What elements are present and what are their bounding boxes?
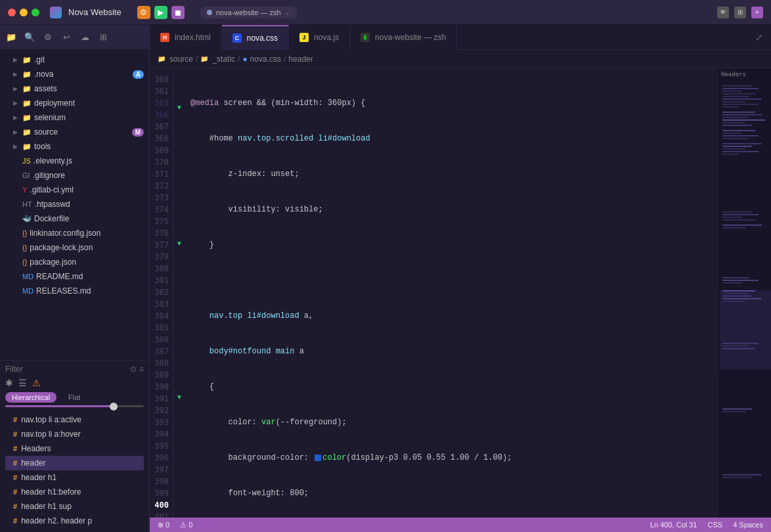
tool-run[interactable]: ▶ — [154, 6, 167, 19]
static-crumb-icon: 📁 — [200, 55, 208, 62]
tree-item-gitignore[interactable]: ▶ GI .gitignore — [0, 168, 149, 183]
file-docker-icon: 🐳 — [22, 215, 32, 223]
file-git-icon: GI — [22, 171, 30, 179]
tree-item-package[interactable]: ▶ {} package.json — [0, 255, 149, 269]
crumb-file[interactable]: nova.css — [250, 55, 281, 64]
no-chevron: ▶ — [13, 273, 20, 280]
tree-item-label: source — [34, 127, 58, 137]
grid-icon[interactable]: ⊞ — [97, 32, 109, 43]
tree-item-nova[interactable]: ▶ 📁 .nova A — [0, 67, 149, 81]
eye-icon[interactable]: 👁 — [717, 7, 729, 18]
tree-item-readme[interactable]: ▶ MD README.md — [0, 269, 149, 284]
tree-item-label: RELEASES.md — [36, 286, 91, 296]
tab-terminal[interactable]: $ nova-website — zsh — [350, 25, 457, 50]
tree-item-selenium[interactable]: ▶ 📁 selenium — [0, 110, 149, 125]
code-line: } — [185, 239, 718, 251]
minimap: Headers — [718, 68, 771, 518]
tab-nova-js[interactable]: J nova.js — [289, 25, 350, 50]
symbol-nav-hover[interactable]: # nav.top li a:hover — [5, 427, 144, 441]
symbol-name: header h1:before — [21, 487, 81, 497]
settings-icon[interactable]: ⚙ — [42, 32, 54, 43]
filter-sort-icon[interactable]: ≡ — [139, 365, 144, 374]
svg-rect-11 — [722, 114, 762, 116]
tab-index-html[interactable]: H index.html — [150, 25, 222, 50]
status-warnings[interactable]: ⚠ 0 — [180, 521, 192, 529]
file-ht-icon: HT — [22, 200, 32, 208]
tab-hierarchical[interactable]: Hierarchical — [5, 392, 56, 403]
filter-header: ⊙ ≡ — [5, 365, 144, 374]
no-chevron: ▶ — [13, 259, 20, 265]
git-icon[interactable]: ↩ — [60, 32, 72, 43]
tree-item-source[interactable]: ▶ 📁 source M — [0, 125, 149, 139]
tree-item-git[interactable]: ▶ 📁 .git — [0, 53, 149, 67]
symbol-header[interactable]: # header — [5, 456, 144, 470]
tab-label: nova.css — [247, 33, 278, 43]
plus-icon[interactable]: + — [751, 7, 763, 18]
status-language[interactable]: CSS — [708, 521, 723, 529]
minimize-button[interactable] — [20, 9, 28, 16]
close-button[interactable] — [8, 9, 16, 16]
svg-rect-7 — [722, 101, 745, 102]
gutter-marker-3: ▼ — [176, 393, 183, 401]
source-badge: M — [132, 128, 144, 137]
filter-input[interactable] — [5, 365, 127, 374]
filter-icons: ⊙ ≡ — [130, 365, 144, 374]
tree-item-label: linkinator.config.json — [30, 229, 100, 238]
filter-list-icon[interactable]: ☰ — [18, 378, 27, 388]
status-bar: ⊗ 0 ⚠ 0 Ln 400, Col 31 CSS 4 Spaces — [150, 518, 771, 532]
tool-extra[interactable]: ◼ — [171, 6, 185, 19]
titlebar-tab-php[interactable]: nova-website — zsh ⌄ — [200, 7, 297, 18]
status-position[interactable]: Ln 400, Col 31 — [650, 521, 697, 529]
svg-rect-13 — [722, 120, 765, 121]
app-icon — [50, 7, 62, 18]
search-icon[interactable]: 🔍 — [24, 32, 35, 43]
code-content[interactable]: @media screen && (min-width: 360px) { #h… — [185, 68, 718, 518]
symbol-header-h1-sup[interactable]: # header h1 sup — [5, 499, 144, 514]
symbol-headers[interactable]: # Headers — [5, 441, 144, 456]
tree-item-releases[interactable]: ▶ MD RELEASES.md — [0, 284, 149, 298]
tab-nova-css[interactable]: C nova.css — [222, 25, 289, 50]
tab-flat[interactable]: Flat — [62, 392, 87, 403]
tree-item-linkinator[interactable]: ▶ {} linkinator.config.json — [0, 226, 149, 240]
tree-item-dockerfile[interactable]: ▶ 🐳 Dockerfile — [0, 211, 149, 226]
traffic-lights — [8, 9, 39, 16]
filter-star-icon[interactable]: ✱ — [5, 378, 13, 388]
chevron-icon: ▶ — [13, 56, 20, 63]
symbol-name: header — [21, 458, 45, 468]
svg-rect-25 — [720, 290, 771, 369]
php-tab-chevron: ⌄ — [285, 9, 290, 16]
tree-item-tools[interactable]: ▶ 📁 tools — [0, 139, 149, 154]
svg-rect-43 — [722, 409, 752, 410]
symbol-nav-active[interactable]: # nav.top li a:active — [5, 412, 144, 427]
tool-build[interactable]: ⚙ — [137, 6, 150, 19]
filter-settings-icon[interactable]: ⊙ — [130, 365, 137, 374]
crumb-sep1: / — [196, 55, 198, 64]
tree-item-deployment[interactable]: ▶ 📁 deployment — [0, 96, 149, 110]
indent-slider[interactable] — [5, 405, 144, 407]
no-chevron: ▶ — [13, 244, 20, 251]
maximize-button[interactable] — [32, 9, 39, 16]
tree-item-htpasswd[interactable]: ▶ HT .htpasswd — [0, 197, 149, 211]
crumb-section[interactable]: header — [288, 55, 313, 64]
layout-icon[interactable]: ⊞ — [734, 7, 746, 18]
crumb-static[interactable]: _static — [212, 55, 235, 64]
code-line: #home nav.top.scrolled li#download — [185, 133, 718, 144]
chevron-icon: ▶ — [13, 71, 20, 78]
tree-item-package-lock[interactable]: ▶ {} package-lock.json — [0, 240, 149, 255]
tree-item-eleventy[interactable]: ▶ JS .eleventy.js — [0, 154, 149, 168]
symbol-header-h1[interactable]: # header h1 — [5, 470, 144, 485]
no-chevron: ▶ — [13, 187, 20, 193]
folder-icon[interactable]: 📁 — [5, 32, 17, 43]
status-errors[interactable]: ⊗ 0 — [158, 521, 169, 529]
tree-item-assets[interactable]: ▶ 📁 assets — [0, 81, 149, 96]
tree-item-gitlabci[interactable]: ▶ Y .gitlab-ci.yml — [0, 183, 149, 197]
expand-icon[interactable]: ⤢ — [755, 32, 763, 43]
css-file-icon: C — [232, 33, 242, 43]
filter-warning-icon[interactable]: ⚠ — [32, 378, 41, 388]
symbol-header-h2[interactable]: # header h2. header p — [5, 514, 144, 528]
remote-icon[interactable]: ☁ — [79, 32, 91, 43]
symbol-header-h1-before[interactable]: # header h1:before — [5, 485, 144, 499]
crumb-source[interactable]: source — [169, 55, 193, 64]
status-spaces[interactable]: 4 Spaces — [733, 521, 763, 529]
chevron-icon: ▶ — [13, 100, 20, 106]
